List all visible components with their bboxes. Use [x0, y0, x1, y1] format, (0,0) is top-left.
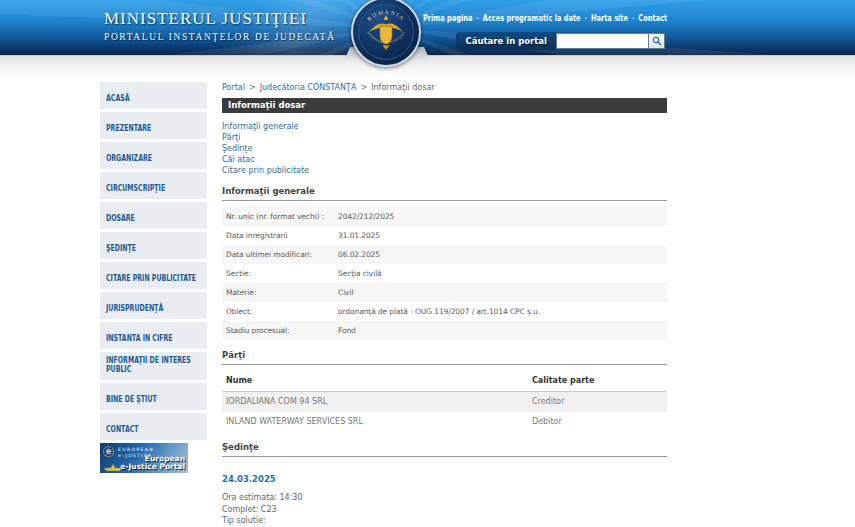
field-row-materie: Materie: Civil — [222, 283, 667, 302]
nav-link-acces-programatic[interactable]: Acces programatic la date — [483, 13, 581, 23]
field-row-obiect: Obiect: ordonanţă de plată - OUG 119/200… — [222, 302, 667, 321]
section-heading-sedinte: Şedinţe — [222, 442, 667, 457]
sidebar-item-sedinte[interactable]: ŞEDINŢE — [100, 232, 207, 259]
field-row-data-ultimei-modificari: Data ultimei modificari: 06.02.2025 — [222, 245, 667, 264]
nav-link-harta-site[interactable]: Harta site — [591, 13, 628, 23]
quicklink-citare-prin-publicitate[interactable]: Citare prin publicitate — [222, 165, 667, 176]
sidebar-item-bine-de-stiut[interactable]: BINE DE ŞTIUT — [100, 383, 207, 410]
ejustice-portal-banner[interactable]: e EUROPEAN e-JUSTICE European e-Justice … — [100, 443, 188, 473]
quicklink-cai-atac[interactable]: Căi atac — [222, 154, 667, 165]
parties-col-calitate: Calitate parte — [532, 376, 663, 386]
field-row-nr-unic: Nr. unic (nr. format vechi) : 2042/212/2… — [222, 207, 667, 226]
hearing-detail-complet: Complet: C23 — [222, 504, 667, 516]
field-row-data-inregistrarii: Data inregistrarii 31.01.2025 — [222, 226, 667, 245]
field-row-sectie: Sectie: Secţia civilă — [222, 264, 667, 283]
page-title-bar: Informaţii dosar — [222, 98, 667, 113]
nav-link-contact[interactable]: Contact — [638, 13, 667, 23]
hearing-detail-tip-solutie: Tip solutie: — [222, 515, 667, 527]
parties-table: Nume Calitate parte IORDALIANA COM 94 SR… — [222, 371, 667, 432]
sidebar-item-dosare[interactable]: DOSARE — [100, 202, 207, 229]
table-row: IORDALIANA COM 94 SRL Creditor — [222, 392, 667, 412]
header: MINISTERUL JUSTIŢIEI PORTALUL INSTANŢELO… — [0, 0, 855, 55]
general-info-fields: Nr. unic (nr. format vechi) : 2042/212/2… — [222, 207, 667, 340]
section-heading-informatii-generale: Informaţii generale — [222, 186, 667, 201]
breadcrumb-separator: > — [356, 83, 371, 92]
nav-separator: · — [628, 13, 638, 23]
field-row-stadiu-procesual: Stadiu procesual: Fond — [222, 321, 667, 340]
quicklink-sedinte[interactable]: Şedinţe — [222, 143, 667, 154]
ejustice-logo-icon: e — [103, 446, 114, 457]
sidebar-item-contact[interactable]: CONTACT — [100, 413, 207, 440]
sidebar-item-prezentare[interactable]: PREZENTARE — [100, 112, 207, 139]
site-title: MINISTERUL JUSTIŢIEI — [104, 9, 336, 29]
breadcrumb-link-portal[interactable]: Portal — [222, 83, 245, 92]
ministry-justice-logo-icon: ROMANIA MINISTERUL JUSTIŢIEI — [351, 0, 421, 67]
sidebar-item-circumscriptie[interactable]: CIRCUMSCRIPŢIE — [100, 172, 207, 199]
breadcrumb-current: Informaţii dosar — [371, 83, 434, 92]
nav-link-prima-pagina[interactable]: Prima pagina — [423, 13, 473, 23]
table-row: INLAND WATERWAY SERVICES SRL Debitor — [222, 412, 667, 432]
quicklink-parti[interactable]: Părţi — [222, 132, 667, 143]
search-bar: Căutare în portal — [456, 32, 666, 50]
top-nav: Prima pagina·Acces programatic la date·H… — [423, 13, 667, 23]
site-subtitle: PORTALUL INSTANŢELOR DE JUDECATĂ — [104, 32, 336, 42]
section-heading-parti: Părţi — [222, 350, 667, 365]
party-name: INLAND WATERWAY SERVICES SRL — [226, 417, 532, 427]
sidebar: ACASĂ PREZENTARE ORGANIZARE CIRCUMSCRIPŢ… — [100, 82, 207, 473]
site-titles: MINISTERUL JUSTIŢIEI PORTALUL INSTANŢELO… — [104, 9, 336, 42]
sidebar-item-informatii-de-interes-public[interactable]: INFORMAŢII DE INTERES PUBLIC — [100, 352, 207, 380]
nav-separator: · — [472, 13, 482, 23]
breadcrumb-separator: > — [245, 83, 260, 92]
search-button[interactable] — [648, 33, 665, 49]
coat-of-arms-eagle-icon — [369, 15, 403, 50]
quick-links: Informaţii generale Părţi Şedinţe Căi at… — [222, 121, 667, 176]
breadcrumb: Portal>Judecătoria CONSTANŢA>Informaţii … — [222, 82, 667, 93]
sidebar-item-instanta-in-cifre[interactable]: INSTANTA IN CIFRE — [100, 322, 207, 349]
hearing-date-link[interactable]: 24.03.2025 — [222, 474, 276, 484]
parties-table-header: Nume Calitate parte — [222, 371, 667, 392]
sidebar-item-acasa[interactable]: ACASĂ — [100, 82, 207, 109]
parties-col-nume: Nume — [226, 376, 532, 386]
main-content: Portal>Judecătoria CONSTANŢA>Informaţii … — [222, 82, 667, 527]
party-role: Debitor — [532, 417, 663, 427]
party-role: Creditor — [532, 397, 663, 407]
ejustice-banner-title: European e-Justice Portal — [120, 455, 185, 471]
party-name: IORDALIANA COM 94 SRL — [226, 397, 532, 407]
quicklink-informatii-generale[interactable]: Informaţii generale — [222, 121, 667, 132]
search-label: Căutare în portal — [456, 32, 557, 50]
sidebar-item-organizare[interactable]: ORGANIZARE — [100, 142, 207, 169]
page: MINISTERUL JUSTIŢIEI PORTALUL INSTANŢELO… — [0, 0, 855, 527]
portal-search-input[interactable] — [556, 33, 648, 49]
hearing-details: Ora estimata: 14:30 Complet: C23 Tip sol… — [222, 492, 667, 527]
breadcrumb-link-court[interactable]: Judecătoria CONSTANŢA — [260, 83, 357, 92]
sidebar-item-citare-prin-publicitate[interactable]: CITARE PRIN PUBLICITATE — [100, 262, 207, 289]
search-icon — [652, 36, 662, 46]
nav-separator: · — [580, 13, 590, 23]
sidebar-item-jurisprudenta[interactable]: JURISPRUDENŢĂ — [100, 292, 207, 319]
hearing-detail-ora-estimata: Ora estimata: 14:30 — [222, 492, 667, 504]
